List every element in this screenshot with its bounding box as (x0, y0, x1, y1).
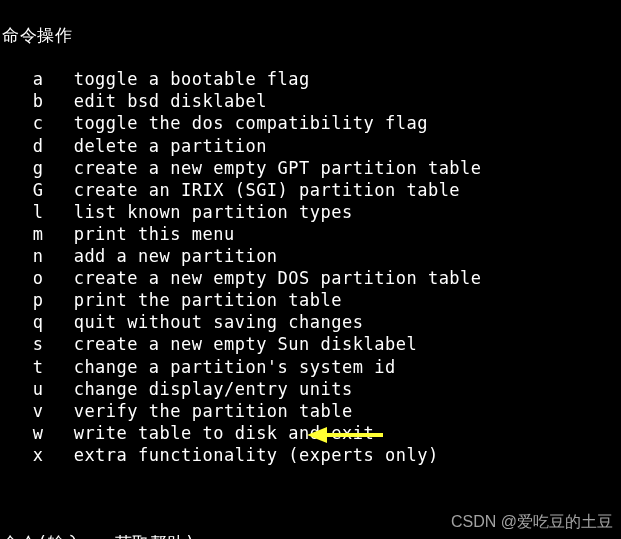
menu-item-desc: change display/entry units (74, 379, 353, 399)
menu-item-key: u (33, 378, 43, 400)
menu-item-desc: verify the partition table (74, 401, 353, 421)
menu-item-key: q (33, 311, 43, 333)
menu-item-key: w (33, 422, 43, 444)
menu-item-key: a (33, 68, 43, 90)
command-prompt-label: 命令(输入 m 获取帮助)： (2, 533, 213, 539)
menu-item-desc: toggle a bootable flag (74, 69, 310, 89)
blank-line (2, 488, 619, 510)
menu-item-desc: change a partition's system id (74, 357, 396, 377)
menu-item-key: l (33, 201, 43, 223)
menu-item-key: b (33, 90, 43, 112)
menu-item: d delete a partition (2, 135, 619, 157)
menu-item-desc: create a new empty DOS partition table (74, 268, 482, 288)
svg-marker-1 (307, 427, 327, 443)
command-prompt-input[interactable]: n (213, 533, 224, 539)
menu-item: m print this menu (2, 223, 619, 245)
annotation-arrow (305, 424, 385, 451)
menu-item-desc: create a new empty Sun disklabel (74, 334, 418, 354)
command-prompt-line[interactable]: 命令(输入 m 获取帮助)：n (2, 532, 619, 539)
menu-item-desc: print the partition table (74, 290, 342, 310)
menu-item-key: c (33, 112, 43, 134)
menu-item: p print the partition table (2, 289, 619, 311)
menu-item-key: n (33, 245, 43, 267)
watermark-text: CSDN @爱吃豆的土豆 (451, 512, 613, 533)
terminal-screen: 命令操作 a toggle a bootable flag b edit bsd… (0, 0, 621, 539)
menu-item: u change display/entry units (2, 378, 619, 400)
menu-item-desc: quit without saving changes (74, 312, 364, 332)
menu-item: b edit bsd disklabel (2, 90, 619, 112)
menu-item-key: s (33, 333, 43, 355)
menu-item-desc: edit bsd disklabel (74, 91, 267, 111)
menu-item-desc: add a new partition (74, 246, 278, 266)
menu-item-key: m (33, 223, 43, 245)
menu-item: t change a partition's system id (2, 356, 619, 378)
menu-item-desc: print this menu (74, 224, 235, 244)
menu-item: q quit without saving changes (2, 311, 619, 333)
menu-item-key: t (33, 356, 43, 378)
menu-item-desc: create a new empty GPT partition table (74, 158, 482, 178)
menu-item: g create a new empty GPT partition table (2, 157, 619, 179)
menu-item: s create a new empty Sun disklabel (2, 333, 619, 355)
menu-item-key: v (33, 400, 43, 422)
menu-item: n add a new partition (2, 245, 619, 267)
menu-item: v verify the partition table (2, 400, 619, 422)
menu-item: o create a new empty DOS partition table (2, 267, 619, 289)
menu-item-desc: list known partition types (74, 202, 353, 222)
menu-item: l list known partition types (2, 201, 619, 223)
menu-item-key: p (33, 289, 43, 311)
menu-item: a toggle a bootable flag (2, 68, 619, 90)
menu-item-key: o (33, 267, 43, 289)
menu-item-key: g (33, 157, 43, 179)
menu-item-key: d (33, 135, 43, 157)
menu-item-key: x (33, 444, 43, 466)
menu-header: 命令操作 (2, 24, 619, 46)
menu-item-desc: create an IRIX (SGI) partition table (74, 180, 460, 200)
menu-item-desc: delete a partition (74, 136, 267, 156)
menu-item-desc: toggle the dos compatibility flag (74, 113, 428, 133)
menu-item-key: G (33, 179, 43, 201)
menu-item: G create an IRIX (SGI) partition table (2, 179, 619, 201)
menu-item: c toggle the dos compatibility flag (2, 112, 619, 134)
